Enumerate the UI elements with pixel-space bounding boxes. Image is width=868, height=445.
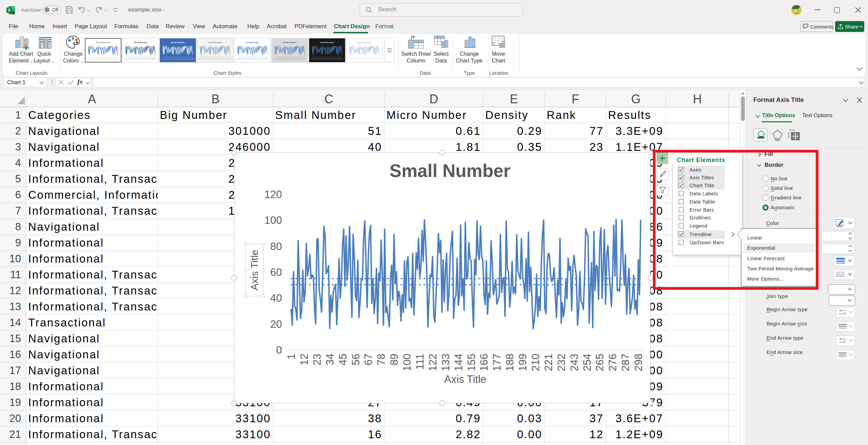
svg-text:Small Number: Small Number [171,41,185,43]
svg-text:166: 166 [478,354,490,371]
svg-text:1: 1 [285,354,297,359]
svg-text:11 21 31 41 51 61 71 81 91 111: 11 21 31 41 51 61 71 81 91 111 131 151 1… [311,58,343,60]
svg-text:40: 40 [270,292,282,304]
svg-text:11 21 31 41 51 61 71 81 91 111: 11 21 31 41 51 61 71 81 91 111 131 151 1… [125,58,157,60]
svg-text:243: 243 [568,354,580,371]
svg-text:221: 221 [543,354,554,371]
svg-text:Small Number: Small Number [320,41,334,43]
svg-text:Small Number: Small Number [390,161,510,181]
svg-text:298: 298 [633,354,644,371]
svg-text:45: 45 [337,354,349,365]
svg-text:232: 232 [555,354,567,371]
svg-text:67: 67 [362,354,374,365]
svg-text:155: 155 [466,354,477,371]
svg-text:144: 144 [453,354,465,371]
svg-text:34: 34 [324,354,336,365]
svg-text:210: 210 [530,354,542,371]
svg-text:Small Number: Small Number [208,41,222,43]
svg-text:Axis Title: Axis Title [444,373,486,385]
svg-text:56: 56 [350,354,362,365]
svg-text:100: 100 [264,214,282,226]
svg-text:265: 265 [594,354,606,371]
svg-text:188: 188 [504,354,516,371]
svg-text:133: 133 [440,354,452,371]
svg-text:287: 287 [620,354,631,371]
svg-text:177: 177 [491,354,503,371]
svg-text:276: 276 [607,354,619,371]
svg-text:199: 199 [517,354,529,371]
svg-text:Small Number: Small Number [96,41,110,43]
svg-text:23: 23 [311,354,323,365]
svg-text:254: 254 [581,354,593,371]
svg-text:Small Number: Small Number [358,41,372,43]
svg-text:89: 89 [388,354,400,365]
svg-text:80: 80 [270,241,282,252]
svg-text:11 21 31 41 51 61 71 81 91 111: 11 21 31 41 51 61 71 81 91 111 131 151 1… [348,58,381,60]
svg-text:Small Number: Small Number [134,41,148,43]
svg-text:60: 60 [270,266,282,278]
svg-text:12: 12 [298,354,310,365]
svg-text:78: 78 [375,354,387,365]
svg-text:11 21 31 41 51 61 71 81 91 111: 11 21 31 41 51 61 71 81 91 111 131 151 1… [274,58,306,60]
svg-text:11 21 31 41 51 61 71 81 91 111: 11 21 31 41 51 61 71 81 91 111 131 151 1… [162,58,194,60]
svg-text:111: 111 [414,354,426,370]
svg-text:11 21 31 41 51 61 71 81 91 111: 11 21 31 41 51 61 71 81 91 111 131 151 1… [237,58,269,60]
svg-text:Small Number: Small Number [283,41,297,43]
svg-text:20: 20 [270,318,282,330]
svg-text:11 21 31 41 51 61 71 81 91 111: 11 21 31 41 51 61 71 81 91 111 131 151 1… [87,58,119,60]
svg-text:120: 120 [264,189,282,200]
svg-text:Small Number: Small Number [246,41,260,43]
svg-text:100: 100 [401,354,413,371]
svg-text:11 21 31 41 51 61 71 81 91 111: 11 21 31 41 51 61 71 81 91 111 131 151 1… [199,58,231,60]
svg-text:122: 122 [427,354,439,371]
svg-text:X: X [7,8,10,13]
svg-text:0: 0 [276,344,282,356]
